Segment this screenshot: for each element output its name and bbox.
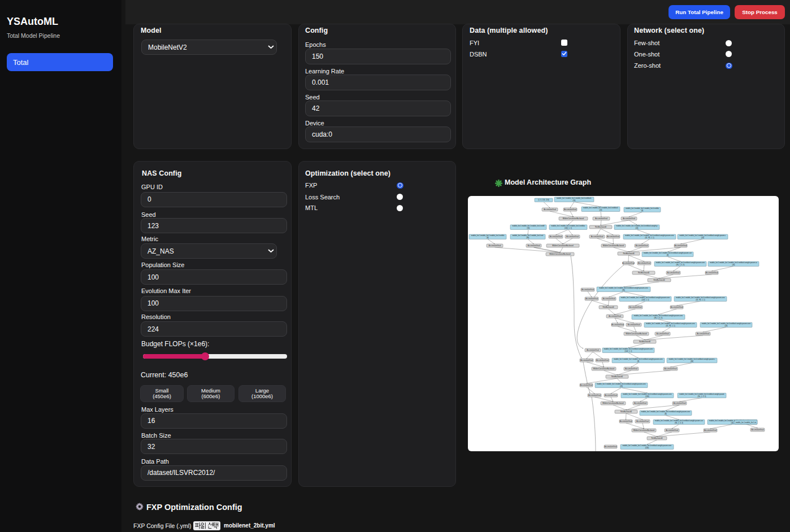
svg-text:ReluBackward0: ReluBackward0 bbox=[651, 437, 663, 439]
svg-text:(96): (96) bbox=[622, 289, 625, 291]
svg-text:AccumulateGrad: AccumulateGrad bbox=[657, 333, 669, 335]
svg-text:MkldnnConvolutionBackward: MkldnnConvolutionBackward bbox=[552, 245, 574, 247]
svg-text:ReluBackward0: ReluBackward0 bbox=[611, 376, 623, 378]
svg-text:AccumulateGrad: AccumulateGrad bbox=[704, 429, 717, 431]
svg-text:AccumulateGrad: AccumulateGrad bbox=[596, 359, 609, 361]
svg-text:AccumulateGrad: AccumulateGrad bbox=[605, 394, 617, 396]
svg-text:AccumulateGrad: AccumulateGrad bbox=[638, 262, 650, 264]
svg-text:(24): (24) bbox=[724, 325, 727, 327]
svg-text:MkldnnConvolutionBackward: MkldnnConvolutionBackward bbox=[563, 217, 584, 220]
svg-text:MkldnnConvolutionBackward: MkldnnConvolutionBackward bbox=[593, 368, 615, 370]
svg-text:AccumulateGrad: AccumulateGrad bbox=[666, 429, 678, 431]
svg-text:AccumulateGrad: AccumulateGrad bbox=[528, 245, 540, 247]
svg-text:(96): (96) bbox=[526, 237, 529, 239]
svg-text:AccumulateGrad: AccumulateGrad bbox=[580, 359, 593, 361]
svg-text:AccumulateGrad: AccumulateGrad bbox=[622, 262, 635, 264]
svg-text:AccumulateGrad: AccumulateGrad bbox=[636, 245, 648, 247]
svg-text:AccumulateGrad: AccumulateGrad bbox=[620, 420, 632, 422]
svg-text:(144): (144) bbox=[645, 447, 649, 449]
svg-text:(16): (16) bbox=[527, 227, 529, 229]
svg-text:(32, 96, 1, 1): (32, 96, 1, 1) bbox=[696, 299, 705, 301]
svg-text:AccumulateGrad: AccumulateGrad bbox=[605, 446, 617, 448]
svg-text:AccumulateGrad: AccumulateGrad bbox=[581, 289, 594, 291]
svg-text:ReluBackward0: ReluBackward0 bbox=[602, 306, 614, 308]
svg-text:AccumulateGrad: AccumulateGrad bbox=[674, 402, 686, 404]
svg-text:AccumulateGrad: AccumulateGrad bbox=[564, 208, 576, 211]
svg-text:(96): (96) bbox=[691, 360, 693, 363]
svg-text:(24): (24) bbox=[635, 227, 638, 229]
svg-text:ReluBackward0: ReluBackward0 bbox=[620, 411, 632, 413]
svg-text:MkldnnConvolutionBackward: MkldnnConvolutionBackward bbox=[603, 245, 624, 247]
svg-text:AccumulateGrad: AccumulateGrad bbox=[634, 402, 646, 404]
svg-text:(1, 3, 224, 224): (1, 3, 224, 224) bbox=[538, 199, 549, 201]
svg-text:(24): (24) bbox=[701, 237, 704, 239]
svg-text:MkldnnConvolutionBackward: MkldnnConvolutionBackward bbox=[633, 429, 655, 431]
svg-text:ReluBackward0: ReluBackward0 bbox=[639, 341, 651, 343]
svg-text:(24): (24) bbox=[620, 385, 623, 387]
svg-text:AccumulateGrad: AccumulateGrad bbox=[636, 420, 649, 422]
svg-text:(8): (8) bbox=[637, 360, 640, 363]
svg-text:AccumulateGrad: AccumulateGrad bbox=[550, 236, 562, 238]
svg-text:AccumulateGrad: AccumulateGrad bbox=[697, 333, 709, 335]
svg-text:(96, 1, 3, 3): (96, 1, 3, 3) bbox=[676, 264, 685, 266]
svg-text:AccumulateGrad: AccumulateGrad bbox=[667, 272, 680, 274]
svg-text:AccumulateGrad: AccumulateGrad bbox=[609, 315, 621, 317]
svg-text:(8): (8) bbox=[641, 210, 644, 212]
svg-text:ReluBackward0: ReluBackward0 bbox=[653, 279, 665, 281]
svg-text:ReluBackward0: ReluBackward0 bbox=[623, 252, 635, 255]
svg-text:(96, 1, 3, 3): (96, 1, 3, 3) bbox=[654, 317, 663, 319]
svg-text:AccumulateGrad: AccumulateGrad bbox=[489, 245, 501, 247]
svg-text:(96, 1, 3, 3): (96, 1, 3, 3) bbox=[698, 395, 706, 398]
svg-text:(16): (16) bbox=[572, 199, 575, 202]
svg-text:AccumulateGrad: AccumulateGrad bbox=[585, 298, 598, 300]
svg-text:(144, 1, 1): (144, 1, 1) bbox=[624, 350, 632, 352]
svg-text:ReluBackward0: ReluBackward0 bbox=[595, 226, 607, 228]
svg-text:(16): (16) bbox=[732, 264, 735, 266]
svg-text:(144, 1, 1): (144, 1, 1) bbox=[641, 299, 649, 301]
svg-text:AccumulateGrad: AccumulateGrad bbox=[588, 394, 601, 396]
svg-text:AccumulateGrad: AccumulateGrad bbox=[628, 324, 640, 326]
svg-text:(32, 96, 1, 1): (32, 96, 1, 1) bbox=[666, 325, 675, 327]
svg-text:AccumulateGrad: AccumulateGrad bbox=[607, 236, 619, 238]
svg-text:(8): (8) bbox=[665, 413, 667, 415]
svg-text:AccumulateGrad: AccumulateGrad bbox=[587, 349, 599, 351]
svg-text:(16): (16) bbox=[731, 422, 733, 424]
svg-text:(144): (144) bbox=[645, 395, 649, 398]
svg-text:AccumulateGrad: AccumulateGrad bbox=[675, 245, 687, 247]
svg-text:AccumulateGrad: AccumulateGrad bbox=[544, 208, 556, 211]
svg-text:(8): (8) bbox=[667, 254, 669, 256]
svg-text:AccumulateGrad: AccumulateGrad bbox=[671, 306, 683, 308]
svg-text:(144, 1, 1): (144, 1, 1) bbox=[565, 227, 572, 229]
svg-text:(32, 96, 1, 1): (32, 96, 1, 1) bbox=[645, 237, 654, 239]
svg-text:(24): (24) bbox=[599, 209, 602, 211]
svg-text:AccumulateGrad: AccumulateGrad bbox=[566, 236, 579, 238]
svg-text:AccumulateGrad: AccumulateGrad bbox=[591, 236, 604, 238]
svg-text:MkldnnConvolutionBackward: MkldnnConvolutionBackward bbox=[626, 333, 647, 335]
svg-text:MkldnnConvolutionBackward: MkldnnConvolutionBackward bbox=[602, 402, 624, 404]
svg-text:AccumulateGrad: AccumulateGrad bbox=[625, 368, 637, 370]
svg-text:AccumulateGrad: AccumulateGrad bbox=[611, 324, 624, 326]
svg-text:AccumulateGrad: AccumulateGrad bbox=[603, 298, 615, 300]
svg-text:AccumulateGrad: AccumulateGrad bbox=[595, 217, 607, 220]
svg-text:mobile_list.1.mobile_list.1.m: mobile_list.1.mobile_list.1.m bbox=[736, 421, 757, 424]
svg-text:AccumulateGrad: AccumulateGrad bbox=[630, 306, 642, 308]
svg-text:AccumulateGrad: AccumulateGrad bbox=[580, 384, 593, 386]
svg-text:AccumulateGrad: AccumulateGrad bbox=[706, 272, 718, 274]
svg-text:AccumulateGrad: AccumulateGrad bbox=[623, 217, 635, 220]
svg-text:ReluBackward0: ReluBackward0 bbox=[638, 272, 650, 274]
svg-text:(96, 1, 3, 3): (96, 1, 3, 3) bbox=[675, 422, 683, 424]
svg-text:AccumulateGrad: AccumulateGrad bbox=[665, 368, 677, 370]
svg-text:(8): (8) bbox=[487, 237, 489, 239]
svg-text:AccumulateGrad: AccumulateGrad bbox=[752, 429, 764, 431]
svg-text:MkldnnConvolutionBackward: MkldnnConvolutionBackward bbox=[549, 253, 571, 255]
